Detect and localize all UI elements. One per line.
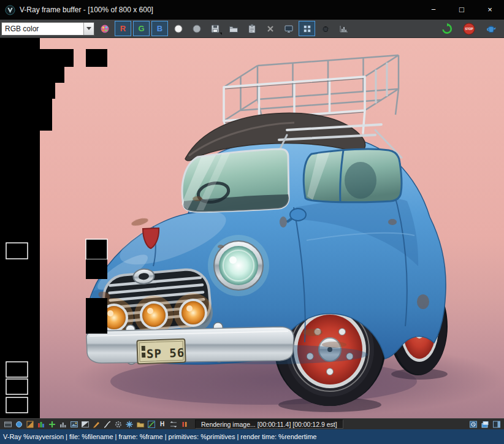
blue-asterisk-icon: [125, 420, 134, 429]
histogram-small-button[interactable]: [58, 419, 68, 429]
save-image-button[interactable]: [207, 21, 223, 36]
gear-icon: [114, 420, 123, 429]
vray-frame-buffer-window: V-Ray frame buffer - [100% of 800 x 600]…: [0, 0, 504, 444]
compare-button[interactable]: [80, 419, 90, 429]
background-image-button[interactable]: [69, 419, 79, 429]
render-last-button[interactable]: [317, 21, 334, 36]
render-controls: STOP: [438, 21, 500, 37]
show-buckets-button[interactable]: [299, 21, 315, 36]
windshield: [181, 149, 289, 212]
layers-button[interactable]: [479, 419, 490, 429]
clear-image-button[interactable]: [262, 21, 278, 36]
stop-render-button[interactable]: STOP: [460, 21, 478, 37]
bucket: [40, 67, 64, 83]
green-channel-button[interactable]: G: [133, 21, 150, 36]
lut-curve-icon: [147, 420, 156, 429]
color-corrections-button[interactable]: [96, 21, 113, 36]
channel-dropdown-value: RGB color: [2, 25, 83, 33]
effects-button[interactable]: [124, 419, 134, 429]
stop-label: STOP: [465, 28, 473, 31]
add-layer-button[interactable]: [47, 419, 57, 429]
dark-teapot-icon: [321, 24, 330, 34]
bucket: [86, 318, 107, 334]
histogram-button[interactable]: [335, 21, 352, 36]
close-button[interactable]: ×: [476, 0, 504, 20]
history-icon: [469, 420, 478, 429]
folder-icon: [229, 24, 239, 34]
blue-channel-label: B: [157, 24, 162, 33]
floppy-icon: [210, 24, 220, 34]
maximize-button[interactable]: □: [448, 0, 476, 20]
stamp-button[interactable]: [179, 419, 189, 429]
bottom-toolbar-right: [468, 419, 502, 429]
curves-button[interactable]: [102, 419, 112, 429]
save-options-arrow-icon: [220, 33, 222, 35]
dock-icon: [4, 420, 12, 429]
render-status-text: Rendering image... [00:00:11.4] [00:00:1…: [201, 421, 337, 428]
open-image-button[interactable]: [225, 21, 242, 36]
bucket: [6, 379, 28, 394]
rgb-channels-button[interactable]: [36, 419, 46, 429]
buckets-grid-icon: [302, 24, 312, 34]
history-button[interactable]: [468, 419, 478, 429]
red-channel-button[interactable]: R: [115, 21, 131, 36]
clipboard-icon: [247, 24, 257, 34]
color-clamp-icon: [26, 420, 34, 429]
bucket: [0, 38, 40, 418]
main-toolbar: RGB color R G B: [0, 20, 504, 38]
pixel-info-button[interactable]: [13, 419, 24, 429]
status-bar: V-Ray %vrayversion | file: %filename | f…: [0, 429, 504, 444]
histogram-h-button[interactable]: H: [157, 419, 167, 429]
render-image: SP 56: [0, 38, 504, 418]
levels-button[interactable]: [168, 419, 178, 429]
levels-icon: [169, 420, 178, 429]
image-icon: [70, 420, 78, 429]
folder-small-button[interactable]: [135, 419, 145, 429]
copy-clipboard-button[interactable]: [243, 21, 260, 36]
plus-icon: [48, 420, 56, 429]
interactive-render-button[interactable]: [482, 21, 500, 37]
compare-ab-icon: [81, 420, 90, 429]
monitor-icon: [284, 24, 294, 34]
window-controls: − □ ×: [419, 0, 504, 20]
grayscale-button[interactable]: [188, 21, 205, 36]
pencil-icon: [92, 420, 101, 429]
curve-icon: [103, 420, 112, 429]
bucket: [40, 99, 52, 131]
duplicate-to-host-button[interactable]: [280, 21, 297, 36]
green-channel-label: G: [138, 24, 144, 33]
blue-channel-button[interactable]: B: [151, 21, 168, 36]
gray-circle-icon: [192, 24, 202, 34]
stamp-bars-icon: [180, 420, 189, 429]
histogram-icon: [339, 24, 349, 34]
lut-button[interactable]: [146, 419, 156, 429]
bucket: [40, 83, 55, 99]
rgb-columns-icon: [37, 420, 45, 429]
histogram-small-icon: [59, 420, 67, 429]
bucket: [6, 243, 28, 259]
refresh-render-button[interactable]: [438, 21, 456, 37]
clear-x-icon: [265, 24, 275, 34]
side-panel-button[interactable]: [491, 419, 502, 429]
exposure-button[interactable]: [91, 419, 101, 429]
color-clamp-button[interactable]: [25, 419, 35, 429]
render-viewport[interactable]: SP 56: [0, 38, 504, 418]
red-channel-label: R: [120, 24, 126, 33]
title-bar: V-Ray frame buffer - [100% of 800 x 600]…: [0, 0, 504, 20]
bucket: [40, 49, 74, 67]
bottom-toolbar: H Rendering image... [00:00:11.4] [00:00…: [0, 418, 504, 429]
side-panel-icon: [492, 420, 501, 429]
side-window: [304, 149, 402, 202]
bucket: [86, 49, 107, 67]
license-plate: SP 56: [137, 339, 185, 364]
window-title: V-Ray frame buffer - [100% of 800 x 600]: [20, 6, 153, 14]
minimize-button[interactable]: −: [419, 0, 448, 20]
monochrome-button[interactable]: [170, 21, 186, 36]
vray-logo-icon: [5, 5, 15, 15]
bucket: [86, 298, 107, 318]
channel-dropdown[interactable]: RGB color: [1, 22, 94, 36]
letter-h-icon: H: [160, 421, 164, 427]
dock-button[interactable]: [2, 419, 13, 429]
settings-button[interactable]: [113, 419, 123, 429]
white-circle-icon: [174, 24, 183, 34]
